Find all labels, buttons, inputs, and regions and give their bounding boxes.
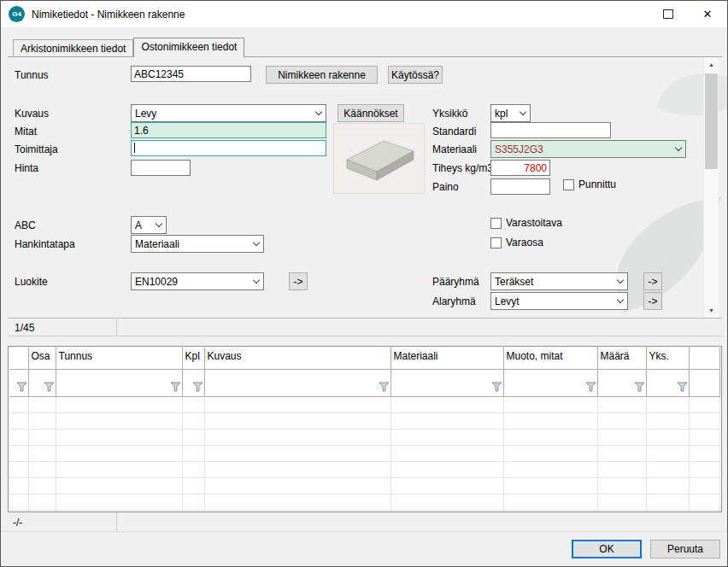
table-row[interactable]: [9, 494, 720, 511]
chevron-down-icon: [614, 273, 627, 289]
table-cell: [503, 446, 597, 462]
mitat-input[interactable]: [131, 122, 326, 138]
punnittu-checkbox[interactable]: Punnittu: [563, 178, 616, 190]
filter-cell-osa[interactable]: [28, 370, 56, 397]
scroll-up-arrow[interactable]: ▲: [704, 57, 719, 72]
parts-table-panel: OsaTunnusKplKuvausMateriaaliMuoto, mitat…: [8, 346, 722, 512]
table-row[interactable]: [9, 462, 720, 478]
filter-funnel-icon[interactable]: [379, 382, 390, 395]
filter-funnel-icon[interactable]: [192, 382, 203, 395]
scroll-down-arrow[interactable]: ▼: [704, 303, 719, 318]
table-cell: [56, 478, 182, 494]
column-header-selector[interactable]: [9, 348, 28, 370]
table-cell: [646, 511, 689, 513]
alaryhma-dropdown[interactable]: Levyt: [490, 292, 628, 310]
column-header-muoto_mitat[interactable]: Muoto, mitat: [503, 348, 597, 370]
table-cell: [503, 430, 597, 446]
abc-label: ABC: [15, 219, 36, 231]
alaryhma-label: Alaryhmä: [432, 295, 476, 307]
column-header-kuvaus[interactable]: Kuvaus: [204, 348, 390, 370]
table-row[interactable]: [9, 446, 720, 462]
luokite-open-button[interactable]: ->: [289, 272, 308, 290]
table-cell: [390, 494, 503, 511]
luokite-dropdown[interactable]: EN10029: [131, 272, 264, 290]
hinta-input[interactable]: [131, 160, 191, 176]
table-cell: [597, 511, 646, 513]
kuvaus-dropdown[interactable]: Levy: [131, 104, 326, 122]
filter-cell-selector[interactable]: [9, 370, 28, 397]
tunnus-input[interactable]: [131, 66, 251, 82]
materiaali-dropdown[interactable]: S355J2G3: [490, 140, 686, 158]
column-header-tunnus[interactable]: Tunnus: [56, 348, 182, 370]
table-cell: [646, 430, 689, 446]
varastoitava-checkbox[interactable]: Varastoitava: [490, 217, 562, 229]
paaryhma-dropdown[interactable]: Teräkset: [490, 272, 628, 290]
scroll-thumb[interactable]: [705, 73, 718, 169]
column-header-yks[interactable]: Yks.: [646, 348, 689, 370]
tab-arkistonimikkeen-tiedot[interactable]: Arkistonimikkeen tiedot: [13, 39, 133, 56]
table-cell: [597, 430, 646, 446]
filter-funnel-icon[interactable]: [585, 382, 596, 395]
column-header-osa[interactable]: Osa: [28, 348, 56, 370]
window-title: Nimiketiedot - Nimikkeen rakenne: [32, 1, 185, 27]
filter-cell-kuvaus[interactable]: [204, 370, 390, 397]
vertical-scrollbar[interactable]: ▲ ▼: [703, 57, 719, 318]
checkbox-box-icon: [563, 179, 574, 190]
table-cell: [646, 478, 689, 494]
column-header-maara[interactable]: Määrä: [597, 348, 646, 370]
table-cell: [204, 511, 390, 513]
table-cell: [597, 446, 646, 462]
table-cell: [28, 511, 56, 513]
yksikko-dropdown[interactable]: kpl: [490, 104, 531, 122]
table-cell: [9, 494, 28, 511]
kaytossa-button[interactable]: Käytössä?: [388, 66, 443, 84]
ok-button[interactable]: OK: [572, 540, 642, 558]
hankintatapa-dropdown[interactable]: Materiaali: [131, 235, 264, 253]
table-cell: [204, 413, 390, 430]
table-cell: [28, 430, 56, 446]
filter-cell-tunnus[interactable]: [56, 370, 182, 397]
maximize-button[interactable]: [649, 1, 688, 27]
column-header-materiaali[interactable]: Materiaali: [390, 348, 503, 370]
filter-cell-materiaali[interactable]: [390, 370, 503, 397]
kaannokset-button[interactable]: Käännökset: [338, 104, 404, 122]
maximize-icon: [663, 9, 673, 19]
table-cell: [9, 430, 28, 446]
filter-cell-yks[interactable]: [646, 370, 689, 397]
table-row[interactable]: [9, 430, 720, 446]
tab-ostonimikkeen-tiedot[interactable]: Ostonimikkeen tiedot: [133, 38, 244, 57]
varaosa-checkbox[interactable]: Varaosa: [490, 237, 543, 248]
standardi-input[interactable]: [490, 122, 611, 138]
paino-input[interactable]: [490, 178, 550, 195]
close-button[interactable]: ✕: [688, 1, 727, 27]
filter-cell-maara[interactable]: [597, 370, 646, 397]
toimittaja-input[interactable]: [131, 140, 326, 156]
table-row[interactable]: [9, 478, 720, 494]
filter-funnel-icon[interactable]: [634, 382, 645, 395]
paaryhma-open-button[interactable]: ->: [643, 272, 662, 290]
table-cell: [204, 430, 390, 446]
table-cell: [390, 511, 503, 513]
table-cell: [204, 446, 390, 462]
filter-funnel-icon[interactable]: [16, 382, 27, 395]
nimikkeen-rakenne-button[interactable]: Nimikkeen rakenne: [266, 66, 378, 84]
peruuta-button[interactable]: Peruuta: [650, 540, 720, 558]
table-cell: [503, 462, 597, 478]
paaryhma-label: Pääryhmä: [432, 276, 479, 288]
table-row[interactable]: [9, 397, 720, 413]
tiheys-input[interactable]: [490, 160, 550, 176]
table-cell: [390, 462, 503, 478]
column-header-kpl[interactable]: Kpl: [182, 348, 204, 370]
filter-funnel-icon[interactable]: [677, 382, 688, 395]
filter-funnel-icon[interactable]: [44, 382, 55, 395]
filter-cell-muoto_mitat[interactable]: [503, 370, 597, 397]
table-cell: [182, 413, 204, 430]
hinta-label: Hinta: [15, 162, 38, 174]
standardi-label: Standardi: [432, 126, 476, 137]
table-row[interactable]: [9, 413, 720, 430]
filter-funnel-icon[interactable]: [491, 382, 502, 395]
filter-funnel-icon[interactable]: [170, 382, 181, 395]
filter-cell-kpl[interactable]: [182, 370, 204, 397]
alaryhma-open-button[interactable]: ->: [643, 292, 662, 310]
abc-dropdown[interactable]: A: [131, 216, 167, 234]
